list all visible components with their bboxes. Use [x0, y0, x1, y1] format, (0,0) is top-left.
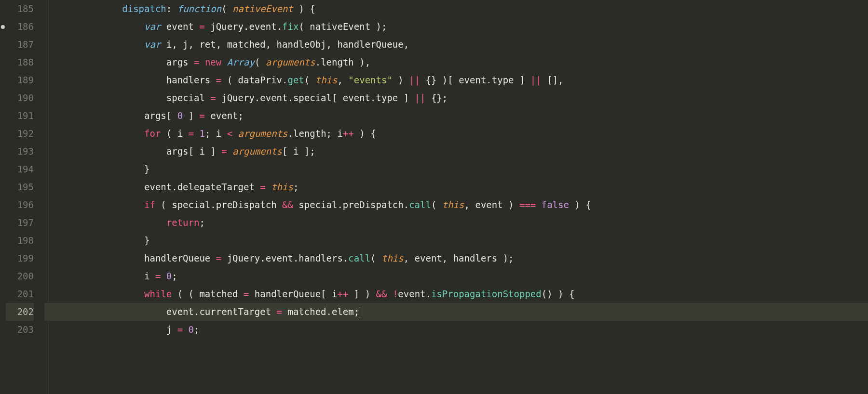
code-line[interactable]: args = new Array( arguments.length ),	[44, 53, 868, 71]
line-number[interactable]: 203	[6, 321, 34, 339]
code-token: ||	[409, 75, 420, 85]
code-token	[536, 199, 541, 210]
code-token: i	[144, 271, 155, 281]
code-token: [],	[542, 75, 564, 85]
code-token: ;	[172, 271, 177, 281]
code-token	[266, 182, 271, 192]
code-token: get	[287, 75, 304, 85]
code-token: Array	[227, 57, 255, 67]
line-number[interactable]: 202	[6, 303, 34, 321]
code-token: ( i	[161, 128, 188, 139]
code-token: ;	[199, 217, 204, 228]
code-token: =	[210, 92, 216, 103]
code-token: =	[260, 182, 265, 192]
code-line[interactable]: dispatch: function( nativeEvent ) {	[44, 0, 868, 18]
code-line[interactable]: while ( ( matched = handlerQueue[ i++ ] …	[44, 285, 868, 303]
code-token: =	[199, 110, 204, 121]
code-line[interactable]: event.delegateTarget = this;	[44, 178, 868, 196]
line-number-gutter[interactable]: 1851861871881891901911921931941951961971…	[0, 0, 42, 394]
code-line[interactable]: if ( special.preDispatch && special.preD…	[44, 196, 868, 214]
code-line[interactable]: handlerQueue = jQuery.event.handlers.cal…	[44, 250, 868, 267]
code-token: {};	[425, 92, 448, 103]
code-token: (	[304, 75, 315, 85]
code-token: jQuery.event.	[205, 21, 282, 32]
code-line[interactable]: }	[44, 160, 868, 178]
code-token	[183, 324, 188, 335]
code-editor[interactable]: 1851861871881891901911921931941951961971…	[0, 0, 868, 394]
code-token: function	[177, 3, 222, 14]
line-number[interactable]: 187	[6, 36, 34, 53]
code-token: ( ( matched	[172, 289, 244, 299]
code-token: args	[166, 57, 194, 67]
line-number[interactable]: 192	[6, 125, 34, 143]
code-token: call	[409, 199, 431, 210]
code-token: :	[166, 3, 177, 14]
code-line[interactable]: i = 0;	[44, 267, 868, 285]
line-number[interactable]: 195	[6, 178, 34, 196]
code-token	[161, 271, 166, 281]
code-token: ++	[343, 128, 354, 139]
code-token	[221, 57, 227, 67]
code-token: event	[161, 21, 199, 32]
code-token: jQuery.event.handlers.	[221, 253, 348, 263]
code-token: &&	[282, 199, 293, 210]
code-token: (	[221, 3, 232, 14]
code-token: 0	[189, 324, 194, 335]
code-token	[194, 128, 199, 139]
code-token: this	[381, 253, 404, 263]
code-token: ( dataPriv.	[221, 75, 287, 85]
modified-indicator-icon	[1, 25, 5, 29]
code-token: return	[166, 217, 200, 228]
line-number[interactable]: 198	[6, 232, 34, 250]
code-token	[232, 128, 238, 139]
code-line[interactable]: var event = jQuery.event.fix( nativeEven…	[44, 18, 868, 36]
code-line[interactable]: return;	[44, 214, 868, 232]
line-number[interactable]: 188	[6, 53, 34, 71]
line-number[interactable]: 197	[6, 214, 34, 232]
code-token: arguments	[266, 57, 315, 67]
code-token: =	[194, 57, 199, 67]
code-token: handlerQueue	[144, 253, 216, 263]
code-token: 0	[166, 271, 172, 281]
line-number[interactable]: 201	[6, 285, 34, 303]
code-line[interactable]: j = 0;	[44, 321, 868, 339]
code-token: matched.elem;	[282, 306, 359, 317]
code-token: jQuery.event.special[ event.type ]	[216, 92, 415, 103]
code-token: }	[144, 164, 149, 174]
code-line[interactable]: handlers = ( dataPriv.get( this, "events…	[44, 71, 868, 89]
code-token: 1	[199, 128, 204, 139]
line-number[interactable]: 185	[6, 0, 34, 18]
code-line[interactable]: event.currentTarget = matched.elem;	[44, 303, 868, 321]
code-token: false	[542, 199, 569, 210]
line-number[interactable]: 196	[6, 196, 34, 214]
line-number[interactable]: 186	[6, 18, 34, 36]
code-line[interactable]: var i, j, ret, matched, handleObj, handl…	[44, 36, 868, 53]
code-line[interactable]: }	[44, 232, 868, 250]
code-token: {} )[ event.type ]	[420, 75, 530, 85]
line-number[interactable]: 189	[6, 71, 34, 89]
code-token: (	[370, 253, 381, 263]
code-line[interactable]: for ( i = 1; i < arguments.length; i++ )…	[44, 125, 868, 143]
code-area[interactable]: dispatch: function( nativeEvent ) { var …	[42, 0, 868, 394]
line-number[interactable]: 194	[6, 160, 34, 178]
code-token: !	[393, 289, 398, 299]
text-cursor	[360, 307, 360, 318]
code-token: ) {	[569, 199, 591, 210]
code-token: [ i ];	[282, 146, 315, 157]
code-line[interactable]: args[ 0 ] = event;	[44, 107, 868, 125]
line-number[interactable]: 190	[6, 89, 34, 107]
code-token: special	[166, 92, 211, 103]
code-token: =	[244, 289, 249, 299]
line-number[interactable]: 200	[6, 267, 34, 285]
code-token: while	[144, 289, 172, 299]
code-token: this	[271, 182, 293, 192]
code-token: =	[155, 271, 161, 281]
line-number[interactable]: 199	[6, 250, 34, 267]
line-number[interactable]: 193	[6, 143, 34, 160]
code-token: , event )	[464, 199, 519, 210]
code-line[interactable]: args[ i ] = arguments[ i ];	[44, 143, 868, 160]
code-token: ( special.preDispatch	[155, 199, 282, 210]
code-line[interactable]: special = jQuery.event.special[ event.ty…	[44, 89, 868, 107]
line-number[interactable]: 191	[6, 107, 34, 125]
code-token: special.preDispatch.	[293, 199, 409, 210]
